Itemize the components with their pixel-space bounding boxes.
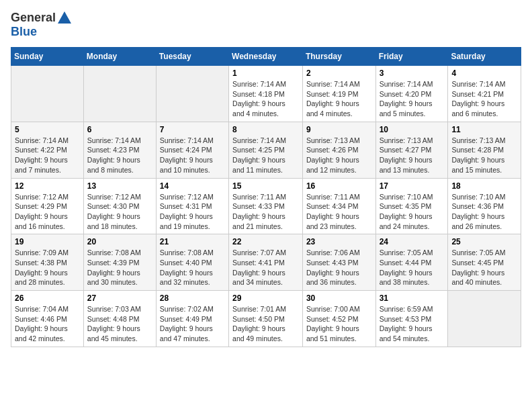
day-number: 30 — [306, 293, 372, 303]
day-info: Sunrise: 7:13 AM Sunset: 4:28 PM Dayligh… — [451, 136, 517, 175]
calendar-cell: 25Sunrise: 7:05 AM Sunset: 4:45 PM Dayli… — [448, 234, 521, 291]
day-number: 10 — [380, 125, 445, 134]
calendar-cell: 8Sunrise: 7:14 AM Sunset: 4:25 PM Daylig… — [229, 122, 303, 178]
day-header-sunday: Sunday — [11, 48, 84, 66]
calendar-cell: 2Sunrise: 7:14 AM Sunset: 4:19 PM Daylig… — [302, 66, 375, 122]
day-number: 12 — [15, 181, 80, 191]
day-info: Sunrise: 7:07 AM Sunset: 4:41 PM Dayligh… — [232, 248, 299, 287]
day-info: Sunrise: 7:14 AM Sunset: 4:21 PM Dayligh… — [451, 79, 517, 119]
logo-triangle-icon — [58, 11, 71, 24]
logo-blue-text: Blue — [11, 25, 37, 39]
day-number: 24 — [380, 237, 445, 246]
day-info: Sunrise: 7:14 AM Sunset: 4:23 PM Dayligh… — [87, 136, 152, 175]
week-row-4: 19Sunrise: 7:09 AM Sunset: 4:38 PM Dayli… — [11, 234, 521, 291]
day-number: 22 — [232, 237, 299, 246]
day-number: 11 — [451, 125, 517, 134]
day-header-friday: Friday — [375, 48, 448, 66]
day-number: 15 — [232, 181, 299, 191]
week-row-1: 1Sunrise: 7:14 AM Sunset: 4:18 PM Daylig… — [11, 66, 521, 122]
day-info: Sunrise: 7:14 AM Sunset: 4:19 PM Dayligh… — [306, 79, 372, 119]
day-header-monday: Monday — [83, 48, 156, 66]
day-number: 25 — [451, 237, 517, 246]
day-number: 3 — [380, 68, 445, 78]
calendar-cell — [156, 66, 228, 122]
day-number: 23 — [306, 237, 372, 246]
day-number: 26 — [15, 293, 80, 303]
day-header-wednesday: Wednesday — [229, 48, 303, 66]
day-number: 29 — [232, 293, 299, 303]
day-header-saturday: Saturday — [448, 48, 521, 66]
calendar-cell: 17Sunrise: 7:10 AM Sunset: 4:35 PM Dayli… — [375, 178, 448, 234]
calendar-cell: 24Sunrise: 7:05 AM Sunset: 4:44 PM Dayli… — [375, 234, 448, 291]
calendar-cell: 1Sunrise: 7:14 AM Sunset: 4:18 PM Daylig… — [229, 66, 303, 122]
day-number: 6 — [87, 125, 152, 134]
day-info: Sunrise: 7:11 AM Sunset: 4:34 PM Dayligh… — [306, 192, 372, 232]
day-number: 21 — [160, 237, 225, 246]
calendar-cell: 6Sunrise: 7:14 AM Sunset: 4:23 PM Daylig… — [83, 122, 156, 178]
day-number: 13 — [87, 181, 152, 191]
calendar-cell: 19Sunrise: 7:09 AM Sunset: 4:38 PM Dayli… — [11, 234, 84, 291]
day-info: Sunrise: 7:00 AM Sunset: 4:52 PM Dayligh… — [306, 304, 372, 344]
calendar-cell: 10Sunrise: 7:13 AM Sunset: 4:27 PM Dayli… — [375, 122, 448, 178]
day-info: Sunrise: 7:13 AM Sunset: 4:26 PM Dayligh… — [306, 136, 372, 175]
calendar-cell — [11, 66, 84, 122]
day-number: 4 — [451, 68, 517, 78]
day-info: Sunrise: 7:08 AM Sunset: 4:39 PM Dayligh… — [87, 248, 152, 287]
calendar-cell: 21Sunrise: 7:08 AM Sunset: 4:40 PM Dayli… — [156, 234, 228, 291]
day-info: Sunrise: 7:10 AM Sunset: 4:35 PM Dayligh… — [380, 192, 445, 232]
day-info: Sunrise: 7:04 AM Sunset: 4:46 PM Dayligh… — [15, 304, 80, 344]
day-number: 17 — [380, 181, 445, 191]
day-info: Sunrise: 7:01 AM Sunset: 4:50 PM Dayligh… — [232, 304, 299, 344]
day-info: Sunrise: 7:11 AM Sunset: 4:33 PM Dayligh… — [232, 192, 299, 232]
day-info: Sunrise: 7:03 AM Sunset: 4:48 PM Dayligh… — [87, 304, 152, 344]
calendar-cell: 7Sunrise: 7:14 AM Sunset: 4:24 PM Daylig… — [156, 122, 228, 178]
day-info: Sunrise: 7:12 AM Sunset: 4:30 PM Dayligh… — [87, 192, 152, 232]
day-number: 7 — [160, 125, 225, 134]
calendar-cell: 23Sunrise: 7:06 AM Sunset: 4:43 PM Dayli… — [302, 234, 375, 291]
day-info: Sunrise: 7:14 AM Sunset: 4:20 PM Dayligh… — [380, 79, 445, 119]
day-info: Sunrise: 7:02 AM Sunset: 4:49 PM Dayligh… — [160, 304, 225, 344]
day-info: Sunrise: 7:14 AM Sunset: 4:18 PM Dayligh… — [232, 79, 299, 119]
day-header-tuesday: Tuesday — [156, 48, 228, 66]
calendar-cell: 22Sunrise: 7:07 AM Sunset: 4:41 PM Dayli… — [229, 234, 303, 291]
day-number: 19 — [15, 237, 80, 246]
calendar-cell: 11Sunrise: 7:13 AM Sunset: 4:28 PM Dayli… — [448, 122, 521, 178]
calendar-table: SundayMondayTuesdayWednesdayThursdayFrid… — [11, 47, 521, 347]
day-info: Sunrise: 6:59 AM Sunset: 4:53 PM Dayligh… — [380, 304, 445, 344]
calendar-cell: 30Sunrise: 7:00 AM Sunset: 4:52 PM Dayli… — [302, 291, 375, 347]
day-info: Sunrise: 7:09 AM Sunset: 4:38 PM Dayligh… — [15, 248, 80, 287]
day-info: Sunrise: 7:08 AM Sunset: 4:40 PM Dayligh… — [160, 248, 225, 287]
day-info: Sunrise: 7:05 AM Sunset: 4:45 PM Dayligh… — [451, 248, 517, 287]
day-number: 18 — [451, 181, 517, 191]
logo: General Blue — [11, 11, 71, 39]
calendar-cell: 31Sunrise: 6:59 AM Sunset: 4:53 PM Dayli… — [375, 291, 448, 347]
day-info: Sunrise: 7:12 AM Sunset: 4:29 PM Dayligh… — [15, 192, 80, 232]
day-number: 20 — [87, 237, 152, 246]
calendar-cell: 16Sunrise: 7:11 AM Sunset: 4:34 PM Dayli… — [302, 178, 375, 234]
day-info: Sunrise: 7:13 AM Sunset: 4:27 PM Dayligh… — [380, 136, 445, 175]
calendar-cell — [448, 291, 521, 347]
page-header: General Blue — [11, 11, 521, 39]
day-number: 14 — [160, 181, 225, 191]
day-info: Sunrise: 7:06 AM Sunset: 4:43 PM Dayligh… — [306, 248, 372, 287]
day-header-thursday: Thursday — [302, 48, 375, 66]
calendar-cell: 3Sunrise: 7:14 AM Sunset: 4:20 PM Daylig… — [375, 66, 448, 122]
day-info: Sunrise: 7:05 AM Sunset: 4:44 PM Dayligh… — [380, 248, 445, 287]
day-number: 31 — [380, 293, 445, 303]
calendar-cell: 5Sunrise: 7:14 AM Sunset: 4:22 PM Daylig… — [11, 122, 84, 178]
day-number: 27 — [87, 293, 152, 303]
week-row-3: 12Sunrise: 7:12 AM Sunset: 4:29 PM Dayli… — [11, 178, 521, 234]
day-number: 9 — [306, 125, 372, 134]
day-info: Sunrise: 7:10 AM Sunset: 4:36 PM Dayligh… — [451, 192, 517, 232]
calendar-cell: 18Sunrise: 7:10 AM Sunset: 4:36 PM Dayli… — [448, 178, 521, 234]
day-number: 2 — [306, 68, 372, 78]
week-row-2: 5Sunrise: 7:14 AM Sunset: 4:22 PM Daylig… — [11, 122, 521, 178]
day-info: Sunrise: 7:14 AM Sunset: 4:22 PM Dayligh… — [15, 136, 80, 175]
day-number: 28 — [160, 293, 225, 303]
calendar-cell: 27Sunrise: 7:03 AM Sunset: 4:48 PM Dayli… — [83, 291, 156, 347]
day-number: 8 — [232, 125, 299, 134]
calendar-cell: 4Sunrise: 7:14 AM Sunset: 4:21 PM Daylig… — [448, 66, 521, 122]
day-header-row: SundayMondayTuesdayWednesdayThursdayFrid… — [11, 48, 521, 66]
calendar-cell: 26Sunrise: 7:04 AM Sunset: 4:46 PM Dayli… — [11, 291, 84, 347]
logo-general-text: General — [11, 11, 56, 25]
